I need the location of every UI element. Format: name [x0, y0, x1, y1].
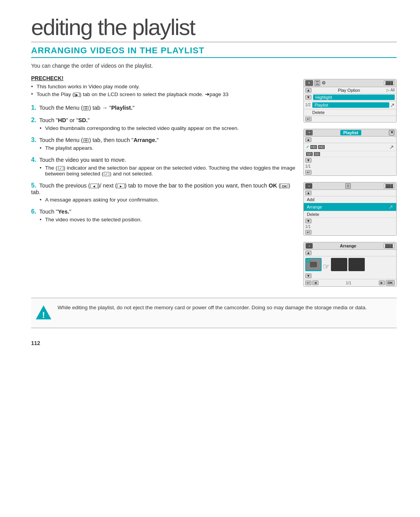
precheck-item-2: Touch the Play (▶) tab on the LCD screen… — [31, 91, 296, 97]
screen-mockups: ⚙ ▓▓▓ ▲ Play Option ▷ All ▼ Highlight 1/… — [303, 75, 397, 287]
step-3-bullet-1: The playlist appears. — [40, 145, 296, 151]
step-2-bullets: Video thumbnails corresponding to the se… — [31, 125, 296, 131]
precheck-list: This function works in Video play mode o… — [31, 84, 296, 97]
warning-box: ! While editing the playlist, do not eje… — [31, 298, 397, 328]
step-5-bullets: A message appears asking for your confir… — [31, 197, 296, 203]
step-6-bullets: The video moves to the selected position… — [31, 217, 296, 223]
warning-icon: ! — [35, 304, 52, 322]
step-6-bullet-1: The video moves to the selected position… — [40, 217, 296, 223]
step-4-bullets: The (✓) indicator and the selection bar … — [31, 165, 296, 177]
step-6: 6. Touch "Yes." The video moves to the s… — [31, 208, 296, 223]
section-title: ARRANGING VIDEOS IN THE PLAYLIST — [31, 46, 397, 58]
subtitle: You can change the order of videos on th… — [31, 63, 397, 69]
screen-1: ⚙ ▓▓▓ ▲ Play Option ▷ All ▼ Highlight 1/… — [303, 79, 397, 123]
step-3: 3. Touch the Menu () tab, then touch "Ar… — [31, 137, 296, 151]
step-4: 4. Touch the video you want to move. The… — [31, 156, 296, 177]
step-4-bullet-1: The (✓) indicator and the selection bar … — [40, 165, 296, 177]
page-number: 112 — [31, 340, 397, 346]
step-2: 2. Touch "HD" or "SD." Video thumbnails … — [31, 117, 296, 131]
precheck-label: PRECHECK! — [31, 75, 296, 81]
screen-4: Arrange ▓▓▓ ▲ ✓ ☞ — [303, 242, 397, 287]
warning-text: While editing the playlist, do not eject… — [58, 304, 367, 312]
screen-3: ▓▓▓ ▲ Add Arrange ↗ Delete ▼ 1/1 ↩ — [303, 182, 397, 236]
step-1: 1. Touch the Menu () tab → "Playlist." — [31, 104, 296, 111]
step-5-bullet-1: A message appears asking for your confir… — [40, 197, 296, 203]
precheck-item-1: This function works in Video play mode o… — [31, 84, 296, 89]
screen-2: Playlist ✕ ▲ ✓ HD HD ↗ SD SD ▼ — [303, 129, 397, 176]
precheck-section: PRECHECK! This function works in Video p… — [31, 75, 296, 97]
step-2-bullet-1: Video thumbnails corresponding to the se… — [40, 125, 296, 131]
main-title: editing the playlist — [31, 16, 397, 42]
svg-text:!: ! — [42, 310, 45, 320]
step-5: 5. Touch the previous (◄)/ next (►) tab … — [31, 182, 296, 203]
step-3-bullets: The playlist appears. — [31, 145, 296, 151]
